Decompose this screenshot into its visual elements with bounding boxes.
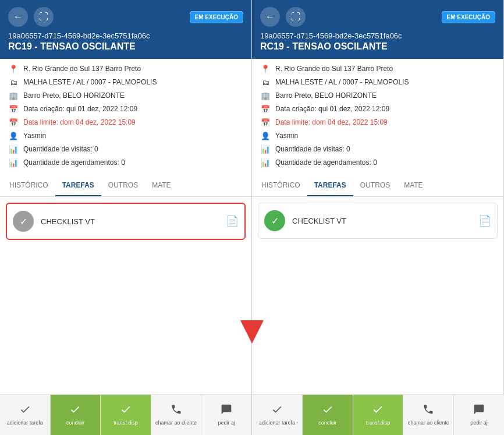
info-date-limit: Data limite: dom 04 dez, 2022 15:09: [275, 118, 388, 126]
transfer-icon-right: [372, 404, 384, 418]
tab-historico-left[interactable]: HISTÓRICO: [2, 175, 55, 196]
order-title-right: RC19 - TENSAO OSCILANTE: [260, 41, 495, 52]
help-label-left: pedir aj: [218, 420, 235, 426]
location-icon: 📍: [8, 63, 19, 74]
back-button-left[interactable]: ←: [8, 7, 28, 27]
info-network: MALHA LESTE / AL / 0007 - PALMOPOLIS: [23, 78, 157, 86]
info-visits: Quantidade de visitas: 0: [275, 145, 350, 153]
status-badge-left: EM EXECUÇÃO: [190, 11, 243, 23]
transfer-button-left[interactable]: transf.disp: [101, 395, 151, 435]
visits-icon: 📊: [260, 144, 271, 154]
conclude-label-left: concluir: [66, 420, 84, 426]
panels-wrapper: ← ⛶ EM EXECUÇÃO 19a06557-d715-4569-bd2e-…: [0, 0, 504, 394]
check-circle-right: ✓: [264, 210, 285, 231]
info-user: Yasmin: [275, 132, 298, 140]
network-icon: 🗂: [8, 77, 19, 87]
expand-button-left[interactable]: ⛶: [34, 7, 54, 27]
left-bottom-panel: adicionar tarefa concluir transf.disp ch…: [0, 395, 252, 435]
info-row: 📊 Quantidade de agendamentos: 0: [8, 157, 243, 168]
bottom-bar: adicionar tarefa concluir transf.disp ch…: [0, 394, 504, 435]
info-row: 📅 Data criação: qui 01 dez, 2022 12:09: [8, 104, 243, 114]
info-row: 📊 Quantidade de agendamentos: 0: [260, 157, 495, 168]
location-icon: 📍: [260, 63, 271, 74]
info-row: 🏢 Barro Preto, BELO HORIZONTE: [260, 90, 495, 101]
call-button-left[interactable]: chamar ao cliente: [151, 395, 202, 435]
transfer-button-right[interactable]: transf.disp: [353, 395, 404, 435]
info-city: Barro Preto, BELO HORIZONTE: [275, 91, 377, 100]
left-tabs: HISTÓRICO TAREFAS OUTROS MATE: [0, 175, 251, 197]
info-row: 📍 R. Rio Grande do Sul 137 Barro Preto: [8, 63, 243, 74]
tab-outros-left[interactable]: OUTROS: [101, 175, 145, 196]
tab-tarefas-right[interactable]: TAREFAS: [307, 175, 353, 196]
info-address: R. Rio Grande do Sul 137 Barro Preto: [23, 65, 141, 73]
user-icon: 👤: [260, 130, 271, 141]
right-panel-header: ← ⛶ EM EXECUÇÃO 19a06557-d715-4569-bd2e-…: [252, 0, 503, 59]
info-row: 🗂 MALHA LESTE / AL / 0007 - PALMOPOLIS: [8, 77, 243, 87]
conclude-label-right: concluir: [318, 420, 336, 426]
call-button-right[interactable]: chamar ao cliente: [403, 395, 454, 435]
add-task-icon-right: [271, 404, 283, 418]
status-badge-right: EM EXECUÇÃO: [442, 11, 495, 23]
appointments-icon: 📊: [260, 157, 271, 168]
tab-mate-right[interactable]: MATE: [397, 175, 430, 196]
conclude-icon-right: [322, 404, 333, 418]
right-panel-info: 📍 R. Rio Grande do Sul 137 Barro Preto 🗂…: [252, 59, 503, 175]
info-row: 📅 Data limite: dom 04 dez, 2022 15:09: [260, 117, 495, 128]
left-header-top: ← ⛶ EM EXECUÇÃO: [8, 7, 243, 27]
network-icon: 🗂: [260, 77, 271, 87]
conclude-button-left[interactable]: concluir: [51, 395, 101, 435]
call-label-left: chamar ao cliente: [155, 420, 197, 426]
conclude-button-right[interactable]: concluir: [303, 395, 353, 435]
date-created-icon: 📅: [260, 104, 271, 114]
arrow-indicator: [237, 317, 267, 349]
tab-tarefas-left[interactable]: TAREFAS: [55, 175, 101, 196]
add-task-label-right: adicionar tarefa: [259, 420, 295, 426]
checklist-label-right: CHECKLIST VT: [292, 217, 471, 225]
right-bottom-panel: adicionar tarefa concluir transf.disp ch…: [252, 395, 504, 435]
back-button-right[interactable]: ←: [260, 7, 280, 27]
tab-historico-right[interactable]: HISTÓRICO: [254, 175, 307, 196]
visits-icon: 📊: [8, 144, 19, 154]
checklist-label-left: CHECKLIST VT: [41, 217, 219, 226]
check-circle-left: ✓: [13, 211, 34, 232]
add-task-button-right[interactable]: adicionar tarefa: [252, 395, 303, 435]
call-label-right: chamar ao cliente: [408, 420, 449, 426]
info-row: 📅 Data criação: qui 01 dez, 2022 12:09: [260, 104, 495, 114]
tab-mate-left[interactable]: MATE: [145, 175, 178, 196]
left-header-icons: ← ⛶: [8, 7, 54, 27]
info-address: R. Rio Grande do Sul 137 Barro Preto: [275, 65, 393, 73]
info-appointments: Quantidade de agendamentos: 0: [275, 158, 377, 167]
doc-icon-left[interactable]: 📄: [226, 215, 239, 228]
info-row: 👤 Yasmin: [260, 130, 495, 141]
checklist-item[interactable]: ✓ CHECKLIST VT 📄: [258, 203, 498, 239]
info-date-created: Data criação: qui 01 dez, 2022 12:09: [275, 105, 389, 113]
left-panel-header: ← ⛶ EM EXECUÇÃO 19a06557-d715-4569-bd2e-…: [0, 0, 251, 59]
checklist-item[interactable]: ✓ CHECKLIST VT 📄: [6, 203, 246, 240]
transfer-label-left: transf.disp: [113, 420, 138, 426]
date-limit-icon: 📅: [260, 117, 271, 128]
conclude-icon-left: [69, 404, 81, 418]
info-visits: Quantidade de visitas: 0: [23, 145, 98, 153]
add-task-button-left[interactable]: adicionar tarefa: [0, 395, 51, 435]
help-button-right[interactable]: pedir aj: [454, 395, 504, 435]
left-panel-content: ✓ CHECKLIST VT 📄: [0, 197, 251, 394]
call-icon-left: [171, 404, 182, 418]
help-icon-left: [221, 404, 232, 418]
info-row: 📊 Quantidade de visitas: 0: [8, 144, 243, 154]
help-icon-right: [473, 404, 485, 418]
expand-button-right[interactable]: ⛶: [286, 7, 306, 27]
info-row: 👤 Yasmin: [8, 130, 243, 141]
help-button-left[interactable]: pedir aj: [201, 395, 251, 435]
info-row: 🗂 MALHA LESTE / AL / 0007 - PALMOPOLIS: [260, 77, 495, 87]
date-limit-icon: 📅: [8, 117, 19, 128]
doc-icon-right[interactable]: 📄: [478, 214, 491, 227]
transfer-icon-left: [120, 404, 132, 418]
order-id-right: 19a06557-d715-4569-bd2e-3ec5751fa06c: [260, 31, 495, 40]
city-icon: 🏢: [8, 90, 19, 101]
add-task-label-left: adicionar tarefa: [7, 420, 43, 426]
call-icon-right: [423, 404, 434, 418]
info-row: 📊 Quantidade de visitas: 0: [260, 144, 495, 154]
tab-outros-right[interactable]: OUTROS: [353, 175, 397, 196]
info-row: 📅 Data limite: dom 04 dez, 2022 15:09: [8, 117, 243, 128]
svg-rect-1: [24, 405, 26, 409]
